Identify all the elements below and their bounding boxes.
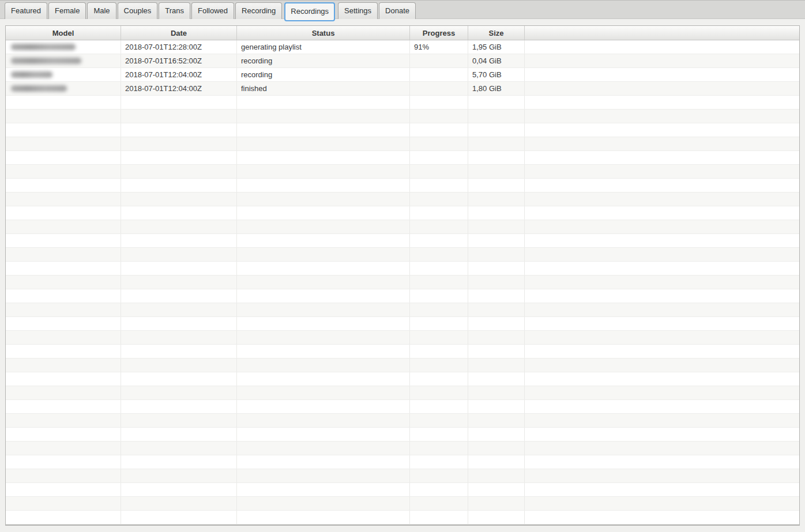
cell-blank xyxy=(525,469,799,482)
tab-couples[interactable]: Couples xyxy=(118,2,158,19)
cell-status xyxy=(237,511,410,524)
cell-model xyxy=(6,165,121,178)
tab-donate[interactable]: Donate xyxy=(379,2,416,19)
cell-model xyxy=(6,234,121,247)
column-header-progress[interactable]: Progress xyxy=(410,26,468,40)
cell-size xyxy=(468,110,525,123)
table-row-empty xyxy=(6,386,799,400)
table-header-row: ModelDateStatusProgressSize xyxy=(6,26,799,40)
cell-date xyxy=(121,428,237,441)
cell-size xyxy=(468,193,525,206)
cell-date xyxy=(121,511,237,524)
cell-model xyxy=(6,40,121,54)
column-header-status[interactable]: Status xyxy=(237,26,410,40)
cell-progress xyxy=(410,151,468,164)
cell-model xyxy=(6,123,121,137)
cell-size xyxy=(468,442,525,455)
cell-date xyxy=(121,234,237,247)
table-row-empty xyxy=(6,123,799,137)
cell-size xyxy=(468,151,525,164)
cell-size: 5,70 GiB xyxy=(468,68,525,81)
table-row-empty xyxy=(6,248,799,262)
cell-blank xyxy=(525,262,799,275)
table-row-empty xyxy=(6,455,799,469)
column-header-blank[interactable] xyxy=(525,26,799,40)
table-row-empty xyxy=(6,511,799,525)
cell-status xyxy=(237,96,410,109)
table-row[interactable]: 2018-07-01T12:04:00Zfinished1,80 GiB xyxy=(6,82,799,96)
table-row[interactable]: 2018-07-01T16:52:00Zrecording0,04 GiB xyxy=(6,54,799,68)
cell-blank xyxy=(525,511,799,524)
cell-size xyxy=(468,179,525,192)
tab-trans[interactable]: Trans xyxy=(159,2,190,19)
cell-size xyxy=(468,414,525,427)
cell-blank xyxy=(525,414,799,427)
table-row[interactable]: 2018-07-01T12:28:00Zgenerating playlist9… xyxy=(6,40,799,54)
cell-blank xyxy=(525,386,799,399)
cell-size xyxy=(468,220,525,233)
cell-size xyxy=(468,234,525,247)
cell-date xyxy=(121,317,237,330)
cell-status xyxy=(237,372,410,386)
table-row-empty xyxy=(6,137,799,151)
cell-size xyxy=(468,345,525,358)
cell-progress xyxy=(410,137,468,150)
tab-featured[interactable]: Featured xyxy=(5,2,47,19)
cell-model xyxy=(6,455,121,469)
cell-model xyxy=(6,220,121,233)
cell-status: recording xyxy=(237,54,410,67)
tab-settings[interactable]: Settings xyxy=(338,2,378,19)
cell-model xyxy=(6,262,121,275)
cell-model xyxy=(6,345,121,358)
cell-date xyxy=(121,400,237,413)
cell-status xyxy=(237,289,410,303)
cell-model xyxy=(6,331,121,344)
cell-date xyxy=(121,110,237,123)
cell-blank xyxy=(525,220,799,233)
cell-status xyxy=(237,317,410,330)
cell-progress xyxy=(410,428,468,441)
cell-blank xyxy=(525,372,799,386)
cell-date xyxy=(121,220,237,233)
cell-model xyxy=(6,96,121,109)
cell-status xyxy=(237,345,410,358)
cell-status: generating playlist xyxy=(237,40,410,54)
cell-status xyxy=(237,179,410,192)
column-header-date[interactable]: Date xyxy=(121,26,237,40)
tab-recordings[interactable]: Recordings xyxy=(284,2,335,21)
tab-followed[interactable]: Followed xyxy=(191,2,234,19)
tab-male[interactable]: Male xyxy=(87,2,116,19)
cell-progress: 91% xyxy=(410,40,468,54)
cell-size xyxy=(468,469,525,482)
cell-blank xyxy=(525,483,799,496)
cell-size xyxy=(468,511,525,524)
cell-date xyxy=(121,206,237,220)
cell-model xyxy=(6,289,121,303)
cell-blank xyxy=(525,193,799,206)
cell-size xyxy=(468,331,525,344)
cell-size xyxy=(468,165,525,178)
cell-model xyxy=(6,372,121,386)
tab-recording[interactable]: Recording xyxy=(235,2,282,19)
cell-model xyxy=(6,68,121,81)
cell-model xyxy=(6,193,121,206)
cell-size xyxy=(468,289,525,303)
column-header-size[interactable]: Size xyxy=(468,26,525,40)
table-row-empty xyxy=(6,262,799,276)
table-row[interactable]: 2018-07-01T12:04:00Zrecording5,70 GiB xyxy=(6,68,799,82)
column-header-model[interactable]: Model xyxy=(6,26,121,40)
cell-status xyxy=(237,303,410,316)
table-row-empty xyxy=(6,179,799,193)
table-row-empty xyxy=(6,442,799,455)
cell-progress xyxy=(410,400,468,413)
cell-status xyxy=(237,110,410,123)
table-row-empty xyxy=(6,151,799,165)
cell-model xyxy=(6,206,121,220)
cell-model xyxy=(6,179,121,192)
redacted-model-name xyxy=(11,58,81,64)
tab-female[interactable]: Female xyxy=(48,2,86,19)
cell-blank xyxy=(525,40,799,54)
cell-progress xyxy=(410,123,468,137)
cell-progress xyxy=(410,82,468,95)
cell-progress xyxy=(410,96,468,109)
